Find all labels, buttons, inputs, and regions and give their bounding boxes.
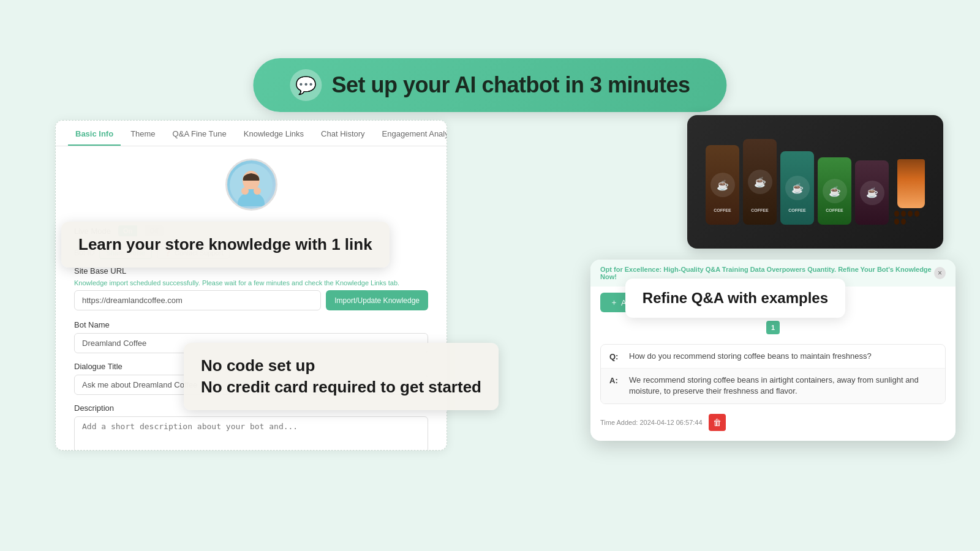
site-base-url-section: Site Base URL Knowledge import scheduled…: [74, 266, 428, 310]
question-text: How do you recommend storing coffee bean…: [629, 351, 872, 362]
tab-basic-info[interactable]: Basic Info: [68, 121, 121, 146]
url-row: Import/Update Knowledge: [74, 290, 428, 310]
tab-chat-history[interactable]: Chat History: [314, 121, 372, 146]
coffee-bags-display: ☕ COFFEE ☕ COFFEE ☕ COFFEE ☕ COFFEE: [699, 133, 931, 231]
tab-theme[interactable]: Theme: [123, 121, 162, 146]
header-banner: 💬 Set up your AI chatbot in 3 minutes: [253, 58, 726, 112]
description-textarea[interactable]: [74, 416, 428, 451]
header-title: Set up your AI chatbot in 3 minutes: [331, 72, 690, 98]
qa-footer: Time Added: 2024-04-12 06:57:44 🗑: [590, 409, 956, 431]
tab-qa-fine-tune[interactable]: Q&A Fine Tune: [165, 121, 234, 146]
svg-point-5: [241, 187, 249, 195]
q-label: Q:: [609, 352, 624, 361]
coffee-beans-scattered: [894, 211, 925, 225]
tab-knowledge-links[interactable]: Knowledge Links: [236, 121, 311, 146]
page-badge-container: 1: [590, 318, 956, 339]
coffee-image-panel: ☕ COFFEE ☕ COFFEE ☕ COFFEE ☕ COFFEE: [687, 115, 943, 249]
answer-row: A: We recommend storing coffee beans in …: [601, 369, 945, 403]
add-icon: ＋: [610, 297, 618, 308]
tooltip-nocode-line2: No credit card required to get started: [201, 378, 481, 397]
tooltip-nocode-line1: No code set up: [201, 356, 481, 375]
answer-text: We recommend storing coffee beans in air…: [629, 375, 937, 397]
tooltip-link: Learn your store knowledge with 1 link: [61, 222, 390, 268]
coffee-bag-5: ☕: [855, 160, 889, 225]
coffee-glass-area: [892, 159, 925, 225]
tooltip-nocode: No code set up No credit card required t…: [184, 343, 499, 410]
refine-title-overlay: Refine Q&A with examples: [625, 279, 845, 318]
delete-icon: 🗑: [713, 418, 722, 427]
tooltip-link-text: Learn your store knowledge with 1 link: [78, 235, 372, 254]
tab-engagement-analytics[interactable]: Engagement Analytics (Beta): [375, 121, 447, 146]
a-label: A:: [609, 376, 624, 385]
description-section: Description: [74, 403, 428, 451]
coffee-bag-3: ☕ COFFEE: [780, 151, 814, 225]
question-row: Q: How do you recommend storing coffee b…: [601, 345, 945, 369]
bot-icon: 💬: [290, 69, 322, 101]
coffee-glass: [897, 159, 925, 208]
import-button[interactable]: Import/Update Knowledge: [326, 290, 428, 310]
site-base-url-label: Site Base URL: [74, 266, 428, 276]
qa-item: Q: How do you recommend storing coffee b…: [600, 344, 946, 404]
time-added: Time Added: 2024-04-12 06:57:44: [600, 419, 703, 426]
close-button[interactable]: ×: [934, 267, 946, 279]
refine-title: Refine Q&A with examples: [643, 290, 828, 307]
coffee-bag-4: ☕ COFFEE: [818, 157, 851, 225]
bot-name-label: Bot Name: [74, 320, 428, 329]
url-input[interactable]: [74, 290, 321, 310]
tab-bar: Basic Info Theme Q&A Fine Tune Knowledge…: [56, 121, 447, 146]
avatar[interactable]: [225, 159, 277, 211]
import-success-text: Knowledge import scheduled successfully.…: [74, 279, 428, 287]
svg-point-6: [254, 187, 261, 195]
avatar-section: [74, 159, 428, 211]
page-badge[interactable]: 1: [766, 321, 780, 334]
delete-button[interactable]: 🗑: [709, 414, 726, 431]
coffee-bag-2: ☕ COFFEE: [743, 139, 777, 225]
coffee-bag-1: ☕ COFFEE: [706, 145, 739, 225]
